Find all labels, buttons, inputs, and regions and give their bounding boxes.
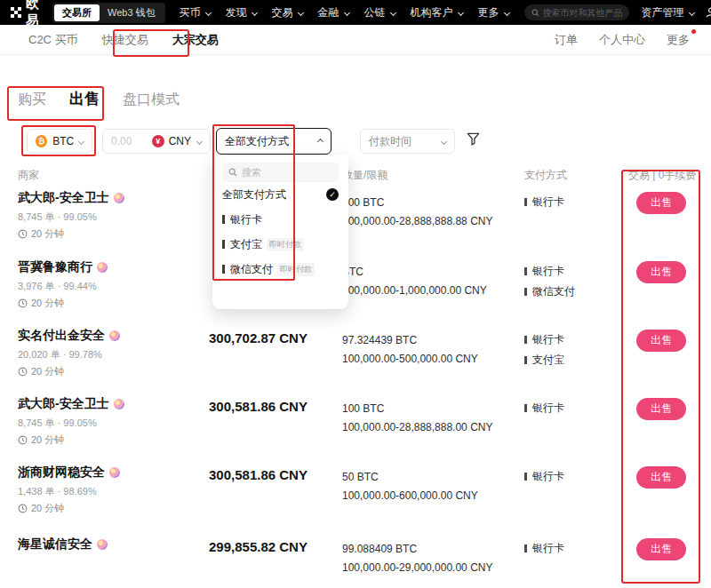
merchant-name[interactable]: 武大郎-安全卫士 [18,190,109,206]
merchant-name[interactable]: 实名付出金安全 [18,328,105,344]
sell-button[interactable]: 出售 [636,398,686,420]
merchant-stats: 8,745 单 · 99.05% [18,417,97,430]
dropdown-search[interactable] [222,163,339,182]
sell-button[interactable]: 出售 [636,330,686,352]
table-row: 武大郎-安全卫士 8,745 单 · 99.05% 20 分钟 300,581.… [0,391,711,459]
option-bank-card[interactable]: 银行卡 [222,207,339,232]
option-wechat-pay[interactable]: 微信支付 即时付款 [222,257,339,282]
sell-button[interactable]: 出售 [636,261,686,283]
tab-sell[interactable]: 出售 [69,89,100,109]
sell-button[interactable]: 出售 [636,192,686,214]
table-row: 武大郎-安全卫士 8,745 单 · 99.05% 20 分钟 100 BTC1… [0,185,711,253]
option-color-bar [222,215,225,224]
menu-buy-crypto[interactable]: 买币 [180,5,211,20]
time-select-value: 付款时间 [369,134,411,149]
payment-dropdown-panel: 全部支付方式 ✓ 银行卡 支付宝 即时付款 微信支付 即时付款 [212,155,348,309]
btc-icon: ₿ [36,135,47,147]
merchant-badge-icon [97,262,108,273]
subnav-express-trade[interactable]: 快捷交易 [102,32,148,48]
price: 300,581.86 CNY [209,399,308,414]
merchant-badge-icon [109,330,120,341]
merchant-name[interactable]: 晋冀鲁豫商行 [18,259,92,275]
sell-button[interactable]: 出售 [636,538,686,560]
tab-buy[interactable]: 购买 [18,91,46,109]
merchant-badge-icon [97,539,108,550]
clock-icon [18,504,28,513]
subnav-profile[interactable]: 个人中心 [599,32,645,48]
option-alipay[interactable]: 支付宝 即时付款 [222,232,339,257]
quantity-limit: 97.324439 BTC100,000.00-500,000.00 CNY [342,331,478,369]
check-icon: ✓ [326,188,339,201]
option-badge: 即时付款 [277,263,315,276]
user-profile-icon[interactable] [705,6,711,19]
clock-icon [18,298,28,308]
payment-method: 微信支付 [524,284,575,299]
menu-more[interactable]: 更多 [478,5,509,20]
cny-icon: ¥ [152,135,164,147]
merchant-name[interactable]: 浙商财网稳安全 [18,465,105,481]
clock-icon [18,367,28,377]
payment-time-select[interactable]: 付款时间 [360,129,455,154]
table-row: 浙商财网稳安全 1,438 单 · 98.69% 20 分钟 300,581.8… [0,459,711,528]
amount-input[interactable] [111,135,150,147]
subnav-block-trade[interactable]: 大宗交易 [172,32,219,48]
tab-orderbook-mode[interactable]: 盘口模式 [123,91,180,109]
menu-discover[interactable]: 发现 [226,5,257,20]
search-icon [531,9,539,17]
payment-method: 银行卡 [524,401,564,416]
merchant-time: 20 分钟 [18,502,64,515]
payment-method: 银行卡 [524,469,564,484]
menu-finance[interactable]: 金融 [318,5,349,20]
fiat-select[interactable]: ¥ CNY [152,135,202,147]
menu-institutional[interactable]: 机构客户 [411,5,463,20]
notification-dot [691,29,696,34]
price: 299,855.82 CNY [209,539,308,554]
crypto-select-value: BTC [52,135,74,147]
table-row: 实名付出金安全 20,020 单 · 99.78% 20 分钟 300,702.… [0,322,711,391]
menu-chain[interactable]: 公链 [364,5,395,20]
merchant-stats: 1,438 单 · 98.69% [18,485,97,498]
merchant-stats: 8,745 单 · 99.05% [18,211,97,224]
clock-icon [18,435,28,445]
table-row: 晋冀鲁豫商行 3,976 单 · 99.44% 20 分钟 BTC100,000… [0,254,711,322]
crypto-select[interactable]: ₿ BTC [27,129,92,154]
sub-navbar: C2C 买币 快捷交易 大宗交易 订单 个人中心 更多 [0,25,711,55]
merchant-badge-icon [109,467,120,478]
sell-button[interactable]: 出售 [636,466,686,489]
menu-trade[interactable]: 交易 [272,5,303,20]
payment-methods: 银行卡 微信支付 [524,264,575,299]
subnav-more[interactable]: 更多 [667,32,690,48]
header-quantity-limit: 数量/限额 [342,168,387,183]
payment-methods: 银行卡 [524,401,564,416]
toggle-exchange[interactable]: 交易所 [54,4,100,21]
subnav-c2c-buy[interactable]: C2C 买币 [28,32,78,48]
merchant-time: 20 分钟 [18,297,64,310]
mode-toggle: 交易所 Web3 钱包 [52,3,165,23]
merchant-name[interactable]: 武大郎-安全卫士 [18,396,109,412]
toggle-web3-wallet[interactable]: Web3 钱包 [100,4,164,21]
merchant-time: 20 分钟 [18,433,64,447]
global-search[interactable] [524,4,629,20]
okx-logo-icon [11,7,21,18]
merchant-badge-icon [114,399,124,409]
menu-asset-management[interactable]: 资产管理 [642,5,694,20]
quantity-limit: 99.088409 BTC100,000.00-29,000,000.00 CN… [342,540,492,577]
filter-funnel-icon[interactable] [466,131,481,147]
quantity-limit: 50 BTC100,000.00-600,000.00 CNY [342,468,478,505]
header-payment-method: 支付方式 [524,168,567,183]
option-all-payment-methods[interactable]: 全部支付方式 ✓ [222,182,339,207]
payment-select-value: 全部支付方式 [225,134,289,149]
search-input[interactable] [543,8,622,18]
merchant-badge-icon [114,193,124,203]
merchant-time: 20 分钟 [18,365,64,378]
amount-filter[interactable]: ¥ CNY [102,129,211,154]
option-badge: 即时付款 [267,238,304,251]
merchant-name[interactable]: 海星诚信安全 [18,536,92,552]
merchant-time: 20 分钟 [18,227,64,241]
payment-method: 银行卡 [524,541,564,556]
payment-method-select[interactable]: 全部支付方式 [216,128,332,155]
search-icon [228,168,237,177]
dropdown-search-input[interactable] [242,167,332,178]
subnav-orders[interactable]: 订单 [555,32,578,48]
option-color-bar [222,240,225,249]
